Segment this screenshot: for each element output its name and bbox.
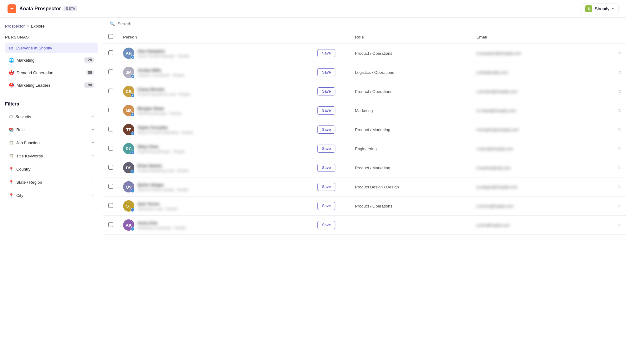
- row-checkbox-1[interactable]: [108, 69, 113, 74]
- save-button-9[interactable]: Save: [317, 221, 335, 229]
- persona-label-marketing: Marketing: [17, 58, 34, 63]
- row-checkbox-0[interactable]: [108, 50, 113, 55]
- more-button-3[interactable]: ⋮: [337, 107, 345, 114]
- more-button-5[interactable]: ⋮: [337, 145, 345, 152]
- sidebar-item-demand[interactable]: 🎯 Demand Generation 86: [5, 67, 98, 78]
- save-button-0[interactable]: Save: [317, 49, 335, 57]
- filter-label-state-region: State / Region: [16, 180, 42, 185]
- person-name-4: Taylor Forsythe: [137, 125, 314, 130]
- filter-plus-role[interactable]: +: [91, 127, 94, 132]
- filter-item-job-function[interactable]: 📋 Job Function +: [5, 136, 98, 149]
- person-cell-1: JM ✓ Jordan Mills Logistics Coordinator …: [118, 63, 350, 82]
- save-button-2[interactable]: Save: [317, 87, 335, 95]
- save-button-6[interactable]: Save: [317, 164, 335, 172]
- more-button-4[interactable]: ⋮: [337, 126, 345, 133]
- role-cell-5: Engineering: [350, 139, 471, 158]
- row-checkbox-cell-4: [103, 120, 118, 139]
- person-cell-8: ST ✓ Sam Torres Operations Lead · Shopif…: [118, 197, 350, 216]
- save-button-8[interactable]: Save: [317, 202, 335, 210]
- row-checkbox-5[interactable]: [108, 146, 113, 151]
- row-checkbox-2[interactable]: [108, 89, 113, 93]
- row-checkbox-3[interactable]: [108, 108, 113, 112]
- save-button-4[interactable]: Save: [317, 126, 335, 134]
- more-button-7[interactable]: ⋮: [337, 183, 345, 191]
- sidebar-item-leaders[interactable]: 🎯 Marketing Leaders 190: [5, 79, 98, 91]
- save-button-1[interactable]: Save: [317, 68, 335, 76]
- filter-item-city[interactable]: 📍 City +: [5, 189, 98, 202]
- more-button-6[interactable]: ⋮: [337, 164, 345, 172]
- filter-left-city: 📍 City: [9, 193, 23, 198]
- email-text-8: s.torres@hopify.com: [476, 204, 513, 208]
- row-checkbox-6[interactable]: [108, 165, 113, 170]
- more-button-2[interactable]: ⋮: [337, 88, 345, 95]
- sidebar-item-everyone[interactable]: 🗂 Everyone at Shopify: [5, 43, 98, 53]
- more-button-8[interactable]: ⋮: [337, 203, 345, 210]
- filter-item-country[interactable]: 📍 Country +: [5, 163, 98, 175]
- save-button-7[interactable]: Save: [317, 183, 335, 191]
- row-checkbox-4[interactable]: [108, 127, 113, 131]
- personas-title: Personas: [5, 35, 98, 39]
- copy-icon-8[interactable]: ⧉: [618, 203, 621, 208]
- save-button-5[interactable]: Save: [317, 145, 335, 153]
- person-cell-4: TF ✓ Taylor Forsythe Head of Product Mar…: [118, 120, 350, 139]
- table-row: AH ✓ Alex Hampton Senior Product Manager…: [103, 44, 626, 63]
- more-button-9[interactable]: ⋮: [337, 222, 345, 229]
- row-checkbox-8[interactable]: [108, 203, 113, 208]
- person-info-3: Morgan Shaw Marketing Manager · Shopify: [137, 106, 314, 115]
- more-button-1[interactable]: ⋮: [337, 69, 345, 76]
- row-checkbox-cell-6: [103, 158, 118, 177]
- filter-item-title-keywords[interactable]: 📋 Title Keywords +: [5, 150, 98, 162]
- breadcrumb-separator: >: [27, 24, 29, 28]
- copy-icon-4[interactable]: ⧉: [618, 127, 621, 132]
- row-checkbox-7[interactable]: [108, 184, 113, 189]
- person-info-9: Avery Kim Marketing Coordinator · Shopif…: [137, 221, 314, 230]
- row-checkbox-cell-5: [103, 139, 118, 158]
- filter-plus-state-region[interactable]: +: [91, 179, 94, 185]
- avatar-badge-4: ✓: [131, 131, 135, 136]
- copy-icon-6[interactable]: ⧉: [618, 165, 621, 170]
- filter-item-seniority[interactable]: 🏷 Seniority +: [5, 110, 98, 123]
- copy-icon-7[interactable]: ⧉: [618, 184, 621, 189]
- person-cell-inner-0: AH ✓ Alex Hampton Senior Product Manager…: [123, 48, 345, 59]
- email-cell-5: r.chen@shopify.com ⧉: [471, 139, 626, 158]
- filter-item-state-region[interactable]: 📍 State / Region +: [5, 176, 98, 188]
- more-button-0[interactable]: ⋮: [337, 50, 345, 57]
- copy-icon-5[interactable]: ⧉: [618, 146, 621, 151]
- filter-plus-country[interactable]: +: [91, 166, 94, 172]
- table-row: QV ✓ Quinn Vargas Head of Product Design…: [103, 177, 626, 197]
- avatar-badge-0: ✓: [131, 55, 135, 59]
- filter-plus-seniority[interactable]: +: [91, 114, 94, 119]
- person-cell-inner-1: JM ✓ Jordan Mills Logistics Coordinator …: [123, 67, 345, 78]
- filter-item-role[interactable]: 📚 Role +: [5, 123, 98, 136]
- filter-plus-job-function[interactable]: +: [91, 140, 94, 146]
- copy-icon-3[interactable]: ⧉: [618, 108, 621, 113]
- filter-left-role: 📚 Role: [9, 127, 25, 132]
- sidebar-item-marketing[interactable]: 🌐 Marketing 128: [5, 54, 98, 66]
- person-info-2: Casey Brooks Product Operations Lead · S…: [137, 87, 314, 96]
- search-input[interactable]: [117, 21, 620, 26]
- copy-icon-2[interactable]: ⧉: [618, 89, 621, 94]
- filter-label-seniority: Seniority: [15, 114, 31, 119]
- breadcrumb-parent[interactable]: Prospector: [5, 24, 25, 28]
- filter-plus-city[interactable]: +: [91, 192, 94, 198]
- filter-left-state-region: 📍 State / Region: [9, 180, 42, 185]
- select-all-checkbox[interactable]: [108, 34, 113, 39]
- email-cell-7: q.vargas@shopify.com ⧉: [471, 177, 626, 197]
- row-checkbox-cell-3: [103, 101, 118, 120]
- copy-icon-9[interactable]: ⧉: [618, 223, 621, 228]
- filter-plus-title-keywords[interactable]: +: [91, 153, 94, 159]
- person-cell-3: MS ✓ Morgan Shaw Marketing Manager · Sho…: [118, 101, 350, 120]
- filter-icon-title-keywords: 📋: [9, 154, 14, 158]
- personas-list: 🗂 Everyone at Shopify 🌐 Marketing 128 🎯 …: [5, 43, 98, 91]
- avatar-1: JM ✓: [123, 67, 134, 78]
- shopify-selector[interactable]: S Shopify ▾: [581, 3, 618, 14]
- persona-left-everyone: 🗂 Everyone at Shopify: [9, 45, 94, 50]
- row-checkbox-9[interactable]: [108, 222, 113, 227]
- filter-icon-country: 📍: [9, 167, 14, 172]
- table-row: ST ✓ Sam Torres Operations Lead · Shopif…: [103, 197, 626, 216]
- email-cell-inner-7: q.vargas@shopify.com ⧉: [476, 184, 621, 189]
- save-button-3[interactable]: Save: [317, 106, 335, 115]
- copy-icon-0[interactable]: ⧉: [618, 51, 621, 56]
- avatar-badge-2: ✓: [131, 93, 135, 97]
- copy-icon-1[interactable]: ⧉: [618, 70, 621, 75]
